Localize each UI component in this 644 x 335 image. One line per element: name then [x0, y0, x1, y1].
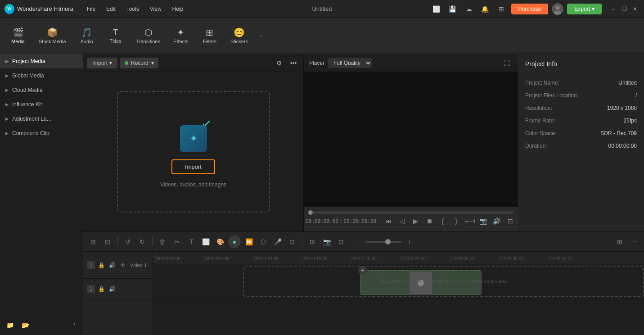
speed-button[interactable]: ⏩	[243, 235, 255, 248]
subtitle-button[interactable]: ⊟	[286, 235, 298, 248]
sidebar-item-influence-kit[interactable]: ▶ Influence Kit	[0, 97, 83, 112]
timeline-group-button[interactable]: ⊟	[101, 235, 114, 248]
close-button[interactable]: ✕	[630, 5, 639, 14]
fullscreen-icon[interactable]: ⛶	[501, 57, 513, 69]
ruler-mark-7: 00:00:35:00	[499, 256, 548, 262]
cloud-upload-icon[interactable]: ☁	[463, 3, 475, 15]
toolbar-item-stickers[interactable]: 😊 Stickers	[225, 25, 253, 47]
audio-mute-icon[interactable]: 🔊	[108, 285, 117, 294]
sidebar-item-compound-clip[interactable]: ▶ Compound Clip	[0, 126, 83, 140]
monitor-icon[interactable]: ⬜	[430, 3, 443, 15]
split-button[interactable]: ⊢⊣	[464, 215, 476, 227]
snapshot-button[interactable]: 📷	[477, 215, 489, 227]
sidebar-item-adjustment-layer[interactable]: ▶ Adjustment La...	[0, 112, 83, 126]
timeline-settings-button[interactable]: ⋯	[628, 235, 640, 248]
toolbar-item-titles[interactable]: T Titles	[102, 26, 129, 46]
redo-button[interactable]: ↻	[136, 235, 149, 248]
stop-button[interactable]: ⏹	[423, 215, 435, 227]
drop-hint-text: Videos, audios, and images	[160, 181, 226, 188]
grid-icon[interactable]: ⊞	[495, 3, 508, 15]
toolbar-item-transitions[interactable]: ⬡ Transitions	[131, 25, 166, 47]
pip-button[interactable]: ⊡	[504, 215, 516, 227]
info-value-colorspace: SDR - Rec.709	[600, 130, 637, 136]
play-button[interactable]: ▶	[410, 215, 422, 227]
zoom-in-button[interactable]: +	[403, 235, 416, 248]
video-eye-icon[interactable]: 👁	[118, 261, 127, 270]
minimize-button[interactable]: −	[609, 5, 618, 14]
sidebar-nav: ▶ Project Media ▶ Global Media ▶ Cloud M…	[0, 54, 83, 140]
video-track: + Drag and drop media and effects here t…	[153, 263, 644, 299]
text-button[interactable]: T	[185, 235, 198, 248]
info-label-framerate: Frame Rate:	[525, 118, 555, 124]
sidebar-item-global-media[interactable]: ▶ Global Media	[0, 68, 83, 83]
mark-in-button[interactable]: {	[437, 215, 449, 227]
filter-icon[interactable]: ⚙	[273, 57, 285, 69]
sidebar-item-project-media[interactable]: ▶ Project Media	[0, 54, 83, 68]
mark-out-button[interactable]: }	[450, 215, 462, 227]
toolbar-item-stock[interactable]: 📦 Stock Media	[33, 25, 72, 47]
ruler-mark-5: 00:00:25:00	[401, 256, 450, 262]
project-info-title: Project Info	[518, 54, 644, 74]
media-label: Media	[11, 39, 25, 44]
titles-label: Titles	[110, 38, 122, 44]
menu-file[interactable]: File	[82, 4, 100, 14]
mask-button[interactable]: ⬡	[257, 235, 270, 248]
toolbar-more-button[interactable]: ›	[255, 23, 267, 50]
toolbar-item-media[interactable]: 🎬 Media	[5, 25, 32, 47]
undo-button[interactable]: ↺	[122, 235, 134, 248]
preview-scrubber[interactable]	[308, 212, 513, 213]
zoom-out-button[interactable]: −	[351, 235, 364, 248]
snap-button[interactable]: ●	[228, 235, 241, 248]
video-lock-icon[interactable]: 🔒	[97, 261, 106, 270]
stickers-label: Stickers	[230, 39, 248, 44]
stock-icon: 📦	[47, 28, 58, 37]
cut-button[interactable]: ✂	[171, 235, 183, 248]
info-label-location: Project Files Location:	[525, 92, 578, 99]
crop-button[interactable]: ⬜	[199, 235, 212, 248]
step-back-button[interactable]: ◁	[396, 215, 408, 227]
add-folder-icon[interactable]: 📁	[4, 319, 16, 331]
toolbar-divider-2	[152, 237, 153, 246]
video-track-num: 1	[87, 261, 95, 269]
menu-tools[interactable]: Tools	[122, 4, 144, 14]
ruler-mark-1: 00:00:05:00	[204, 256, 253, 262]
timeline-grid-button[interactable]: ⊞	[613, 235, 626, 248]
menu-edit[interactable]: Edit	[102, 4, 120, 14]
info-label-resolution: Resolution:	[525, 105, 552, 111]
volume-button[interactable]: 🔊	[491, 215, 503, 227]
video-mute-icon[interactable]: 🔊	[108, 261, 117, 270]
ripple-button[interactable]: ⊞	[306, 235, 319, 248]
notification-icon[interactable]: 🔔	[479, 3, 491, 15]
record-label: Record	[131, 60, 149, 66]
purchase-button[interactable]: Purchase	[511, 4, 549, 14]
zoom-slider[interactable]	[365, 241, 401, 243]
import-center-button[interactable]: Import	[171, 159, 215, 174]
restore-button[interactable]: ❐	[620, 5, 629, 14]
preview-buttons-row: 00:00:00:00 / 00:00:00:00 ⏮ ◁ ▶ ⏹ { } ⊢⊣…	[306, 215, 516, 227]
pip-timeline-button[interactable]: ⊡	[335, 235, 347, 248]
more-options-icon[interactable]: •••	[287, 57, 300, 69]
save-icon[interactable]: 💾	[446, 3, 459, 15]
export-button[interactable]: Export ▾	[567, 4, 602, 14]
timeline-layers-button[interactable]: ⊞	[87, 235, 99, 248]
go-start-button[interactable]: ⏮	[383, 215, 395, 227]
toolbar-item-filters[interactable]: ⊞ Filters	[196, 25, 223, 47]
open-folder-icon[interactable]: 📂	[19, 319, 32, 331]
record-button[interactable]: Record ▾	[120, 58, 158, 68]
camera-button[interactable]: 📷	[320, 235, 333, 248]
ruler-mark-2: 00:00:10:00	[253, 256, 302, 262]
import-label: Import	[92, 60, 108, 66]
quality-select[interactable]: Full Quality 1/2 Quality 1/4 Quality	[328, 58, 372, 68]
audio-lock-icon[interactable]: 🔒	[97, 285, 106, 294]
toolbar-item-effects[interactable]: ✦ Effects	[167, 25, 194, 47]
collapse-sidebar-button[interactable]: ‹	[70, 319, 80, 329]
titles-icon: T	[113, 28, 118, 36]
menu-view[interactable]: View	[145, 4, 166, 14]
import-button[interactable]: Import ▾	[87, 58, 117, 68]
sidebar-item-cloud-media[interactable]: ▶ Cloud Media	[0, 83, 83, 97]
toolbar-item-audio[interactable]: 🎵 Audio	[73, 25, 100, 47]
menu-help[interactable]: Help	[168, 4, 188, 14]
voice-button[interactable]: 🎤	[271, 235, 284, 248]
color-button[interactable]: 🎨	[214, 235, 226, 248]
delete-button[interactable]: 🗑	[156, 235, 169, 248]
